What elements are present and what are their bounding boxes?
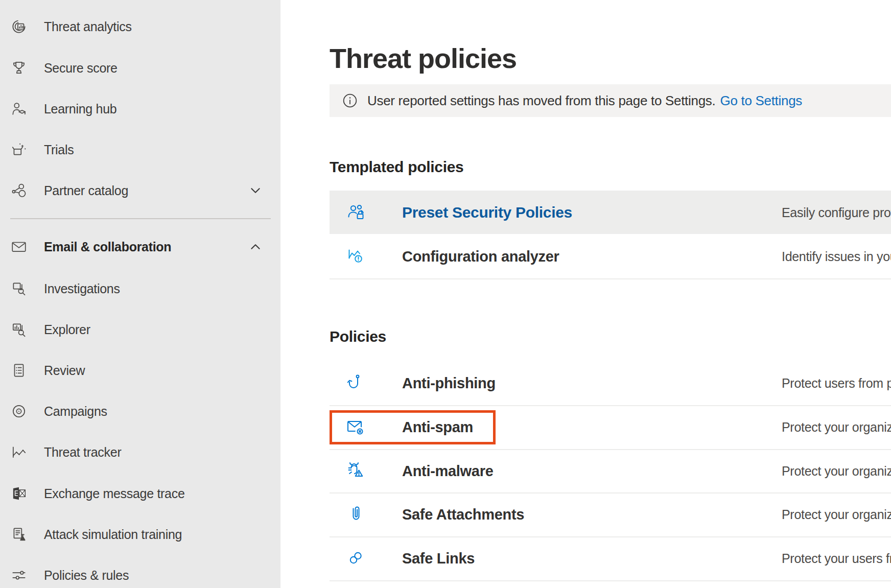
- sidebar-divider: [10, 218, 271, 219]
- sidebar-item-label: Exchange message trace: [44, 486, 185, 501]
- chevron-down-icon[interactable]: [249, 184, 262, 197]
- policies-heading: Policies: [330, 328, 386, 345]
- review-list-icon: [10, 362, 28, 379]
- chevron-up-icon[interactable]: [249, 240, 262, 253]
- row-description: Protect users from p: [782, 376, 891, 391]
- envelope-icon: [10, 238, 28, 255]
- templated-policies-heading: Templated policies: [330, 158, 463, 176]
- sidebar-item-label: Threat tracker: [44, 445, 121, 460]
- anti-spam-highlight-box: [330, 410, 496, 444]
- sidebar-item-review[interactable]: Review: [0, 350, 280, 391]
- trophy-icon: [10, 59, 28, 77]
- sliders-icon: [10, 567, 28, 584]
- sidebar-item-label: Review: [44, 363, 85, 378]
- sidebar-item-label: Campaigns: [44, 404, 107, 419]
- row-anti-malware[interactable]: Anti-malware Protect your organiz: [330, 449, 891, 493]
- sidebar-item-trials[interactable]: Trials: [0, 129, 280, 170]
- threat-policies-page: Threat analytics Secure score Learning h…: [0, 0, 891, 588]
- sidebar-item-label: Secure score: [44, 61, 118, 76]
- row-description: Protect your organiz: [782, 463, 891, 478]
- row-description: Easily configure prot: [782, 205, 891, 220]
- info-icon: [342, 93, 358, 108]
- configuration-analyzer-icon: [346, 246, 366, 267]
- preset-security-policies-link[interactable]: Preset Security Policies: [402, 204, 572, 221]
- sidebar-item-partner-catalog[interactable]: Partner catalog: [0, 170, 280, 211]
- safe-attachments-link[interactable]: Safe Attachments: [402, 506, 524, 523]
- sidebar-item-label: Learning hub: [44, 102, 116, 116]
- attack-simulation-icon: [10, 526, 28, 543]
- sidebar-item-label: Policies & rules: [44, 568, 129, 583]
- trials-gift-icon: [10, 141, 28, 158]
- preset-security-icon: [346, 202, 366, 223]
- row-configuration-analyzer[interactable]: Configuration analyzer Identify issues i…: [330, 234, 891, 279]
- anti-phishing-link[interactable]: Anti-phishing: [402, 375, 496, 392]
- sidebar-item-learning-hub[interactable]: Learning hub: [0, 88, 280, 129]
- sidebar-item-campaigns[interactable]: Campaigns: [0, 391, 280, 432]
- sidebar-item-exchange-message-trace[interactable]: Exchange message trace: [0, 473, 280, 514]
- sidebar-item-attack-simulation-training[interactable]: Attack simulation training: [0, 514, 280, 555]
- sidebar-item-label: Threat analytics: [44, 19, 132, 34]
- sidebar-item-label: Trials: [44, 143, 74, 157]
- campaigns-bullseye-icon: [10, 403, 28, 420]
- banner-message: User reported settings has moved from th…: [367, 93, 715, 109]
- sidebar-item-threat-analytics[interactable]: Threat analytics: [0, 6, 280, 47]
- row-safe-attachments[interactable]: Safe Attachments Protect your organiz: [330, 492, 891, 537]
- investigations-icon: [10, 280, 28, 297]
- row-description: Protect your organiz: [782, 420, 891, 435]
- chain-links-icon: [346, 548, 366, 569]
- paperclip-icon: [346, 504, 366, 525]
- sidebar-item-explorer[interactable]: Explorer: [0, 309, 280, 350]
- sidebar-item-threat-tracker[interactable]: Threat tracker: [0, 432, 280, 473]
- row-preset-security-policies[interactable]: Preset Security Policies Easily configur…: [330, 191, 891, 234]
- row-description: Protect your organiz: [782, 507, 891, 522]
- row-description: Identify issues in you: [782, 249, 891, 264]
- sidebar-item-label: Investigations: [44, 281, 120, 296]
- page-title: Threat policies: [330, 42, 517, 75]
- bug-warning-icon: [346, 461, 366, 481]
- exchange-logo-icon: [10, 485, 28, 502]
- row-safe-links[interactable]: Safe Links Protect your users fr: [330, 536, 891, 581]
- sidebar-item-label: Explorer: [44, 322, 90, 337]
- sidebar-item-secure-score[interactable]: Secure score: [0, 48, 280, 88]
- sidebar-item-email-collaboration[interactable]: Email & collaboration: [0, 226, 280, 267]
- sidebar-item-label: Partner catalog: [44, 183, 128, 198]
- sidebar-item-investigations[interactable]: Investigations: [0, 268, 280, 309]
- go-to-settings-link[interactable]: Go to Settings: [720, 93, 802, 109]
- partner-catalog-icon: [10, 182, 28, 199]
- learning-hub-icon: [10, 100, 28, 117]
- info-banner: User reported settings has moved from th…: [330, 84, 891, 117]
- fish-hook-icon: [346, 373, 366, 393]
- explorer-icon: [10, 321, 28, 338]
- row-description: Protect your users fr: [782, 551, 891, 566]
- sidebar-item-policies-rules[interactable]: Policies & rules: [0, 555, 280, 588]
- threat-analytics-icon: [10, 18, 28, 35]
- sidebar: Threat analytics Secure score Learning h…: [0, 0, 280, 588]
- sidebar-item-label: Attack simulation training: [44, 527, 182, 542]
- anti-malware-link[interactable]: Anti-malware: [402, 462, 494, 479]
- safe-links-link[interactable]: Safe Links: [402, 550, 475, 567]
- line-chart-icon: [10, 443, 28, 461]
- configuration-analyzer-link[interactable]: Configuration analyzer: [402, 248, 559, 265]
- sidebar-item-label: Email & collaboration: [44, 240, 171, 254]
- row-anti-phishing[interactable]: Anti-phishing Protect users from p: [330, 361, 891, 406]
